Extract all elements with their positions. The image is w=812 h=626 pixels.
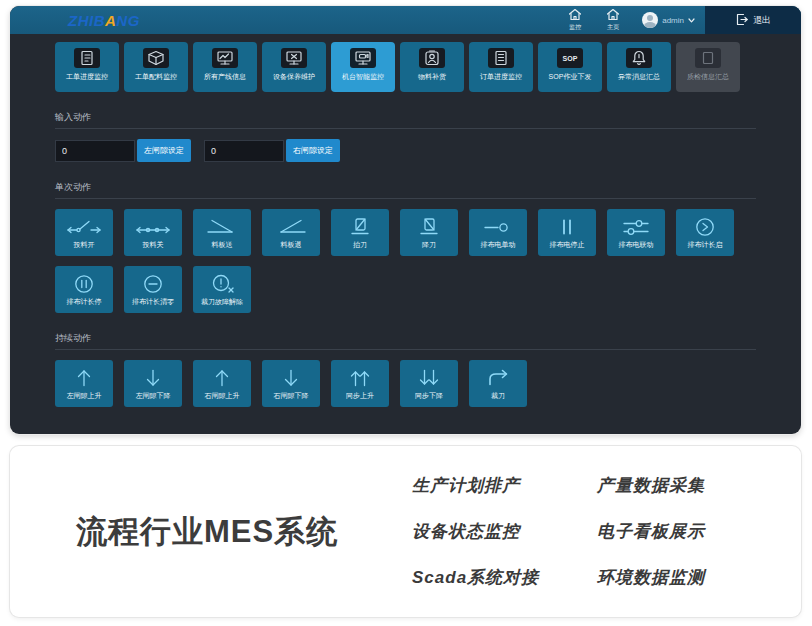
action-feed-open[interactable]: 投料开 (55, 209, 113, 256)
tile-order-progress[interactable]: 订单进度监控 (469, 42, 533, 92)
logout-button[interactable]: 退出 (705, 6, 801, 34)
feature-columns: 生产计划排产 设备状态监控 Scada系统对接 产量数据采集 电子看板展示 环境… (412, 474, 705, 589)
section-title-single-actions: 单次动作 (55, 181, 756, 194)
tile-work-order-progress[interactable]: 工单进度监控 (55, 42, 119, 92)
feature-item: Scada系统对接 (412, 566, 539, 589)
left-gap-input[interactable] (55, 140, 135, 162)
action-sync-up[interactable]: 同步上升 (331, 360, 389, 407)
tile-label: 机台智能监控 (342, 72, 384, 82)
tile-alert-summary[interactable]: 异常消息汇总 (607, 42, 671, 92)
action-knife-lower[interactable]: 降刀 (400, 209, 458, 256)
action-knife-fault-clear[interactable]: 裁刀故障解除 (193, 266, 251, 313)
feature-item: 电子看板展示 (597, 520, 705, 543)
pause-icon (549, 216, 585, 238)
topbar-spacer (140, 6, 556, 34)
logo-text-suffix: NG (116, 12, 140, 29)
svg-text:SOP: SOP (563, 55, 578, 62)
section-divider (55, 198, 756, 199)
tile-label: 异常消息汇总 (618, 72, 660, 82)
right-gap-set-button[interactable]: 右闸隙设定 (286, 139, 340, 162)
pause-circle-icon (66, 273, 102, 295)
plate-send-icon (204, 216, 240, 238)
action-spread-motor-linked[interactable]: 排布电联动 (607, 209, 665, 256)
chevron-down-icon (688, 16, 695, 25)
mes-intro-card: 流程行业MES系统 生产计划排产 设备状态监控 Scada系统对接 产量数据采集… (10, 446, 801, 617)
action-length-counter-clear[interactable]: 排布计长清零 (124, 266, 182, 313)
action-left-gap-up[interactable]: 左闸隙上升 (55, 360, 113, 407)
tile-label: 工单配料监控 (135, 72, 177, 82)
logo-text: ZHIB (68, 12, 105, 29)
tile-work-order-material[interactable]: 工单配料监控 (124, 42, 188, 92)
tile-material-replenish[interactable]: 物料补货 (400, 42, 464, 92)
tile-sop-dispatch[interactable]: SOP SOP作业下发 (538, 42, 602, 92)
action-label: 料板退 (281, 240, 302, 250)
production-line-info-icon (212, 48, 238, 68)
action-spread-motor-stop[interactable]: 排布电停止 (538, 209, 596, 256)
action-right-gap-down[interactable]: 右闸隙下降 (262, 360, 320, 407)
tile-equipment-maintenance[interactable]: 设备保养维护 (262, 42, 326, 92)
nav-monitor-label: 监控 (569, 23, 581, 32)
mes-system-title: 流程行业MES系统 (76, 511, 412, 553)
user-menu[interactable]: admin (632, 6, 705, 34)
tile-label: SOP作业下发 (549, 72, 592, 82)
arrow-down-icon (135, 367, 171, 389)
nav-monitor[interactable]: 监控 (556, 6, 594, 34)
feature-column-2: 产量数据采集 电子看板展示 环境数据监测 (597, 474, 705, 589)
action-plate-send[interactable]: 料板送 (193, 209, 251, 256)
dashboard-content: 工单进度监控 工单配料监控 所有产线信息 设备保养维护 (10, 42, 801, 407)
feature-column-1: 生产计划排产 设备状态监控 Scada系统对接 (412, 474, 539, 589)
arrow-down-icon (273, 367, 309, 389)
equipment-maintenance-icon (281, 48, 307, 68)
tile-label: 所有产线信息 (204, 72, 246, 82)
action-plate-return[interactable]: 料板退 (262, 209, 320, 256)
action-label: 裁刀故障解除 (201, 297, 243, 307)
tile-label: 设备保养维护 (273, 72, 315, 82)
tile-production-line-info[interactable]: 所有产线信息 (193, 42, 257, 92)
action-feed-close[interactable]: 投料关 (124, 209, 182, 256)
action-label: 排布计长停 (67, 297, 102, 307)
section-divider (55, 128, 756, 129)
action-label: 投料开 (74, 240, 95, 250)
alert-bell-icon (626, 48, 652, 68)
minus-circle-icon (135, 273, 171, 295)
feature-item: 环境数据监测 (597, 566, 705, 589)
logo-accent-letter: A (105, 12, 116, 29)
tile-quality-summary[interactable]: 质检信息汇总 (676, 42, 740, 92)
left-gap-input-group: 左闸隙设定 (55, 139, 191, 162)
action-length-counter-stop[interactable]: 排布计长停 (55, 266, 113, 313)
knife-raise-icon (342, 216, 378, 238)
action-label: 左闸隙下降 (136, 391, 171, 401)
action-label: 排布计长启 (688, 240, 723, 250)
nav-home[interactable]: 主页 (594, 6, 632, 34)
sop-icon: SOP (557, 48, 583, 68)
home-icon (606, 8, 620, 22)
section-divider (55, 349, 756, 350)
action-length-counter-start[interactable]: 排布计长启 (676, 209, 734, 256)
action-label: 右闸隙上升 (205, 391, 240, 401)
right-gap-input[interactable] (204, 140, 284, 162)
tile-label: 质检信息汇总 (687, 72, 729, 82)
action-sync-down[interactable]: 同步下降 (400, 360, 458, 407)
action-left-gap-down[interactable]: 左闸隙下降 (124, 360, 182, 407)
action-label: 排布电联动 (619, 240, 654, 250)
action-knife-raise[interactable]: 抬刀 (331, 209, 389, 256)
sliders-icon (618, 216, 654, 238)
action-label: 左闸隙上升 (67, 391, 102, 401)
feature-item: 生产计划排产 (412, 474, 539, 497)
play-circle-icon (687, 216, 723, 238)
action-right-gap-up[interactable]: 右闸隙上升 (193, 360, 251, 407)
motor-jog-icon (480, 216, 516, 238)
single-actions-grid: 投料开 投料关 料板送 料板退 抬刀 降刀 (55, 209, 755, 313)
tile-machine-smart-monitor[interactable]: 机台智能监控 (331, 42, 395, 92)
logout-icon (735, 13, 748, 28)
action-label: 同步上升 (346, 391, 374, 401)
action-label: 排布电单动 (481, 240, 516, 250)
action-cut-knife[interactable]: 裁刀 (469, 360, 527, 407)
action-label: 右闸隙下降 (274, 391, 309, 401)
action-spread-motor-jog[interactable]: 排布电单动 (469, 209, 527, 256)
tile-label: 订单进度监控 (480, 72, 522, 82)
action-label: 同步下降 (415, 391, 443, 401)
order-progress-icon (488, 48, 514, 68)
left-gap-set-button[interactable]: 左闸隙设定 (137, 139, 191, 162)
action-label: 排布计长清零 (132, 297, 174, 307)
